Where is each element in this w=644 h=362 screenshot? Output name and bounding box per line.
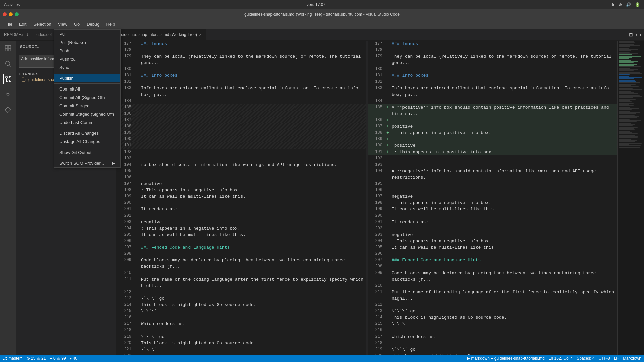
menu-pull-rebase[interactable]: Pull (Rebase) [54,38,120,47]
activity-scm[interactable] [3,74,13,84]
minimap-line [619,129,635,130]
svg-point-4 [5,61,10,66]
file-icon [21,77,26,82]
context-menu: Pull Pull (Rebase) Push Push to... Sync … [54,29,121,168]
table-row: 209 Code blocks may be declared by placi… [117,257,366,270]
line-number: 195 [370,181,382,187]
markdown-info[interactable]: ▶ markdown ● guidelines-snap-tutorials.m… [467,356,545,361]
table-row: 214 This block is highlighted as Go sour… [368,314,617,321]
table-row: 217 Which renders as: [117,321,366,327]
minimap-line [619,76,629,77]
table-row: 177 ### Images [368,41,617,47]
tab-actions: ⊡ ‹ › [629,32,641,37]
tab-readme-label: README.md [4,32,28,37]
menu-push[interactable]: Push [54,47,120,55]
menu-discard-all[interactable]: Discard All Changes [54,129,120,137]
menu-switch-scm[interactable]: Switch SCM Provider... ▶ [54,159,120,167]
minimap-line [619,127,638,128]
line-number: 187 [370,123,382,130]
system-bar-clock: ven. 17:07 [307,2,325,7]
menu-sync[interactable]: Sync [54,63,120,72]
line-content: This block is highlighted as Go source c… [141,340,364,346]
menu-edit[interactable]: Edit [16,21,29,27]
git-branch[interactable]: ⎇ master* [3,356,22,361]
line-content: negative [392,193,614,200]
line-content: Put the name of the coding language afte… [392,289,614,302]
minimap-line [619,119,630,120]
maximize-button[interactable] [15,12,19,16]
line-number: 201 [370,219,382,225]
minimize-button[interactable] [9,12,13,16]
minimap-line [619,80,635,81]
main-layout: SOURCE... ✓ ↻ ··· Add positive infobox s… [0,41,644,355]
ln-col[interactable]: Ln 162, Col 4 [549,356,573,361]
encoding[interactable]: UTF-8 [599,356,610,361]
minimap-line [619,143,642,144]
minimap-line [619,57,632,58]
line-content: : This appears in a negative info box. [141,225,364,232]
menu-commit-staged[interactable]: Commit Staged [54,102,120,110]
menu-show-git-output-label: Show Git Output [59,150,91,155]
table-row: 194 ro box should contain information li… [117,162,366,168]
error-count[interactable]: ⊘ 25 ⚠ 21 [26,356,46,361]
line-ending[interactable]: LF [614,356,619,361]
line-sign: + [386,117,390,123]
minimap-line [619,104,629,105]
line-number: 209 [370,270,382,276]
minimap-line [619,69,638,70]
editor-pane-right[interactable]: 177 ### Images178 179 They can be local … [368,41,617,355]
table-row: 208 [117,251,366,257]
minimap-line [619,46,630,47]
minimap-line [619,132,632,133]
line-number: 182 [119,79,131,85]
minimap-line [619,84,636,85]
menu-push-to[interactable]: Push to... [54,55,120,63]
menu-go[interactable]: Go [71,21,83,27]
menu-commit-all[interactable]: Commit All [54,85,120,93]
minimap-line [619,89,642,90]
nav-back-icon[interactable]: ‹ [636,32,637,37]
editor-pane-left[interactable]: 177 ### Images178 179 They can be local … [117,41,366,355]
menu-file[interactable]: File [3,21,15,27]
info-count[interactable]: ● 0 ⚠ 99+ ● 40 [50,356,77,361]
tab-readme[interactable]: README.md [0,29,32,40]
tab-guidelines-working[interactable]: guidelines-snap-tutorials.md (Working Tr… [115,29,206,40]
menu-show-git-output[interactable]: Show Git Output [54,148,120,157]
menu-push-to-label: Push to... [59,57,78,62]
menu-publish[interactable]: Publish [54,74,120,82]
menu-unstage-all[interactable]: Unstage All Changes [54,137,120,146]
tab-gdoc-label: gdoc.def [36,32,52,37]
minimap-line [619,100,630,101]
menu-commit-staged-signed[interactable]: Commit Staged (Signed Off) [54,110,120,118]
language-mode[interactable]: Markdown [623,356,641,361]
split-editor-icon[interactable]: ⊡ [629,32,633,37]
spaces[interactable]: Spaces: 4 [577,356,594,361]
menu-commit-all-signed[interactable]: Commit All (Signed Off) [54,93,120,102]
volume-icon: 🔊 [626,2,631,7]
menu-view[interactable]: View [55,21,70,27]
nav-forward-icon[interactable]: › [640,32,641,37]
activity-explorer[interactable] [3,43,13,53]
tab-close-icon[interactable]: ✕ [199,33,202,37]
line-number: 199 [370,206,382,213]
line-content: This block is highlighted as Go source c… [392,314,614,321]
menu-help[interactable]: Help [103,21,118,27]
tab-gdoc[interactable]: gdoc.def [32,29,56,40]
table-row: 198 : This appears in a negative info bo… [117,187,366,193]
menu-undo-last-commit[interactable]: Undo Last Commit [54,118,120,127]
minimap-line [619,74,630,75]
minimap-line [619,82,640,83]
window-controls[interactable] [3,12,19,16]
close-button[interactable] [3,12,7,16]
activities-label[interactable]: Activities [4,2,20,7]
separator-2 [54,83,120,84]
menu-debug[interactable]: Debug [84,21,102,27]
activity-debug[interactable] [3,89,13,100]
activity-search[interactable] [3,59,13,69]
line-number: 216 [119,314,131,321]
table-row: 214 This block is highlighted as Go sour… [117,302,366,308]
activity-extensions[interactable] [3,105,13,115]
menu-pull[interactable]: Pull [54,30,120,38]
minimap-line [619,111,630,112]
menu-selection[interactable]: Selection [31,21,54,27]
